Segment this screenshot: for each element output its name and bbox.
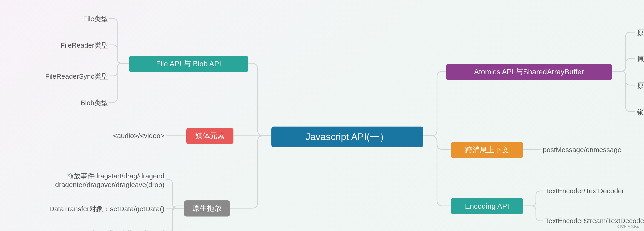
leaf-blob-type: Blob类型	[80, 98, 108, 108]
leaf-atomic-swap: 原子交换	[637, 54, 644, 64]
leaf-textencoderstream: TextEncoderStream/TextDecoderStream	[545, 217, 644, 225]
watermark: CSDN @泉风ic	[617, 224, 640, 229]
node-atomics[interactable]: Atomics API 与SharedArrayBuffer	[446, 64, 612, 80]
root-node[interactable]: Javascript API(一）	[272, 126, 423, 147]
leaf-audio-video: <audio>/<video>	[113, 132, 164, 140]
leaf-postmessage: postMessage/onmessage	[543, 146, 622, 154]
node-media[interactable]: 媒体元素	[186, 128, 234, 144]
leaf-atomic-rw: 原子读写	[637, 81, 644, 90]
node-cross-context[interactable]: 跨消息上下文	[451, 142, 523, 158]
leaf-atomic-op: 原子操作	[637, 28, 644, 38]
node-file-api[interactable]: File API 与 Blob API	[129, 56, 248, 72]
leaf-datatransfer: DataTransfer对象：setData/getData()	[49, 204, 164, 214]
leaf-filereadersync-type: FileReaderSync类型	[45, 72, 108, 81]
node-encoding[interactable]: Encoding API	[451, 198, 523, 214]
leaf-dropeffect: dropEffect/effectAllowed	[90, 230, 164, 231]
leaf-filereader-type: FileReader类型	[60, 41, 108, 50]
leaf-lock: 锁	[637, 108, 644, 117]
connector-lines	[0, 0, 644, 231]
leaf-file-type: File类型	[83, 14, 108, 24]
node-dnd[interactable]: 原生拖放	[184, 200, 230, 216]
leaf-textencoder: TextEncoder/TextDecoder	[545, 187, 624, 195]
leaf-drag-events: 拖放事件dragstart/drag/dragend dragenter/dra…	[55, 172, 164, 189]
